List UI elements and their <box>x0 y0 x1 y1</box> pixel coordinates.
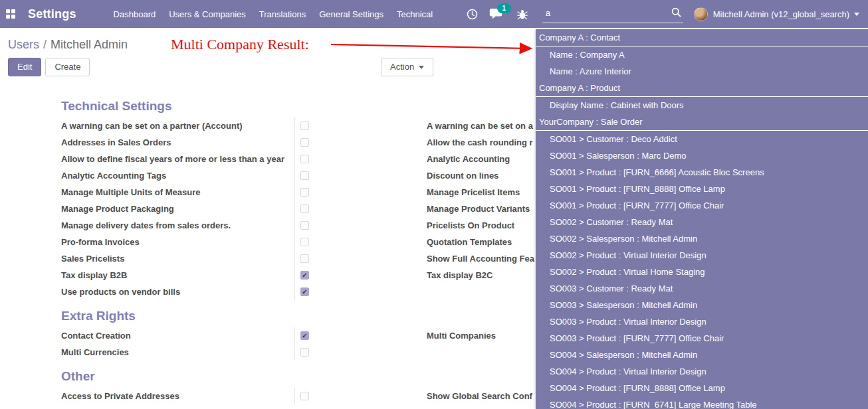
checkbox-cell <box>294 234 325 250</box>
app-title[interactable]: Settings <box>28 7 76 21</box>
checkbox-cell <box>294 217 325 234</box>
setting-label-right: Discount on lines <box>427 167 498 184</box>
global-search-results-dropdown: Company A : Contact Name : Company A Nam… <box>536 29 868 409</box>
setting-checkbox[interactable] <box>300 392 309 400</box>
checkbox-cell <box>294 250 325 267</box>
chat-icon[interactable]: 1 <box>489 8 504 20</box>
setting-checkbox[interactable] <box>300 271 309 280</box>
checkbox-cell <box>294 284 325 300</box>
search-result-item[interactable]: SO001 > Customer : Deco Addict <box>536 131 868 147</box>
setting-label-left: Allow to define fiscal years of more or … <box>61 151 284 167</box>
annotation-text: Multi Company Result: <box>171 36 309 53</box>
setting-label-right: Quotation Templates <box>427 234 512 250</box>
setting-label-left: Multi Currencies <box>61 344 129 361</box>
button-row: Edit Create <box>8 58 90 76</box>
setting-label-left: Analytic Accounting Tags <box>61 167 166 184</box>
search-result-item[interactable]: SO002 > Product : Virtual Interior Desig… <box>536 247 868 264</box>
setting-checkbox[interactable] <box>300 171 309 180</box>
setting-label-left: Tax display B2B <box>61 267 127 284</box>
setting-label-right: A warning can be set on a <box>427 118 533 134</box>
notification-badge: 1 <box>497 3 511 13</box>
setting-label-left: Manage Multiple Units of Measure <box>61 184 200 201</box>
search-result-item[interactable]: SO004 > Product : [FURN_8888] Office Lam… <box>536 380 868 396</box>
edit-button[interactable]: Edit <box>8 58 41 76</box>
menu-technical[interactable]: Technical <box>397 7 433 22</box>
setting-label-right: Allow the cash rounding r <box>427 134 533 151</box>
search-icon[interactable] <box>671 7 681 20</box>
checkbox-cell <box>294 184 325 201</box>
search-result-item[interactable]: SO002 > Product : Virtual Home Staging <box>536 264 868 280</box>
setting-checkbox[interactable] <box>300 287 309 296</box>
setting-label-left: Addresses in Sales Orders <box>61 134 171 151</box>
breadcrumb: Users/Mitchell Admin <box>8 38 128 52</box>
caret-down-icon <box>854 13 859 16</box>
search-result-item[interactable]: SO003 > Salesperson : Mitchell Admin <box>536 297 868 313</box>
setting-checkbox[interactable] <box>300 188 309 197</box>
breadcrumb-separator: / <box>43 38 47 51</box>
user-name: Mitchell Admin (v12_global_search) <box>713 9 849 19</box>
checkbox-cell <box>294 151 325 167</box>
navbar-right: 1 Mitchell Admin (v12_global_search) <box>467 5 868 23</box>
search-result-category[interactable]: Company A : Contact <box>536 29 868 46</box>
setting-checkbox[interactable] <box>300 155 309 163</box>
setting-label-left: Pro-forma Invoices <box>61 234 140 250</box>
search-result-item[interactable]: SO003 > Product : [FURN_7777] Office Cha… <box>536 330 868 347</box>
menu-general-settings[interactable]: General Settings <box>319 7 383 22</box>
setting-checkbox[interactable] <box>300 221 309 230</box>
checkbox-cell <box>294 134 325 151</box>
search-result-item[interactable]: SO004 > Product : Virtual Interior Desig… <box>536 363 868 380</box>
search-result-category[interactable]: YourCompany : Sale Order <box>536 114 868 131</box>
create-button[interactable]: Create <box>45 58 90 76</box>
search-result-category[interactable]: Company A : Product <box>536 80 868 97</box>
setting-label-right: Analytic Accounting <box>427 151 510 167</box>
search-result-item[interactable]: SO004 > Product : [FURN_6741] Large Meet… <box>536 396 868 409</box>
setting-checkbox[interactable] <box>300 204 309 213</box>
search-input[interactable] <box>542 5 683 23</box>
setting-label-right: Show Full Accounting Fea <box>427 250 534 267</box>
search-result-item[interactable]: SO001 > Product : [FURN_7777] Office Cha… <box>536 197 868 214</box>
search-result-item[interactable]: SO002 > Customer : Ready Mat <box>536 214 868 230</box>
checkbox-cell <box>294 167 325 184</box>
setting-checkbox[interactable] <box>300 331 309 340</box>
apps-grid-icon[interactable] <box>6 9 15 19</box>
search-result-item[interactable]: Display Name : Cabinet with Doors <box>536 97 868 114</box>
setting-checkbox[interactable] <box>300 254 309 263</box>
checkbox-cell <box>294 201 325 217</box>
setting-label-right: Tax display B2C <box>427 267 492 284</box>
navbar-menu: Dashboard Users & Companies Translations… <box>114 7 433 22</box>
setting-label-right: Pricelists On Product <box>427 217 514 234</box>
setting-checkbox[interactable] <box>300 348 309 357</box>
checkbox-cell <box>294 388 325 404</box>
arrow-annotation-icon <box>327 38 538 56</box>
search-result-item[interactable]: Name : Azure Interior <box>536 63 868 80</box>
breadcrumb-current: Mitchell Admin <box>51 38 128 51</box>
setting-label-left: Contact Creation <box>61 327 131 344</box>
search-result-item[interactable]: SO003 > Customer : Ready Mat <box>536 280 868 297</box>
user-menu[interactable]: Mitchell Admin (v12_global_search) <box>694 7 859 21</box>
caret-down-icon <box>419 66 424 69</box>
setting-label-left: Sales Pricelists <box>61 250 124 267</box>
setting-checkbox[interactable] <box>300 138 309 147</box>
menu-translations[interactable]: Translations <box>259 7 306 22</box>
breadcrumb-users-link[interactable]: Users <box>8 38 39 51</box>
action-dropdown-button[interactable]: Action <box>381 58 433 76</box>
global-search <box>542 5 683 23</box>
menu-users-companies[interactable]: Users & Companies <box>169 7 246 22</box>
clock-icon[interactable] <box>467 9 478 20</box>
checkbox-cell <box>294 118 325 134</box>
search-result-item[interactable]: SO001 > Product : [FURN_8888] Office Lam… <box>536 181 868 197</box>
setting-label-left: Access to Private Addresses <box>61 388 179 404</box>
bug-icon[interactable] <box>517 9 528 20</box>
setting-checkbox[interactable] <box>300 238 309 246</box>
search-result-item[interactable]: SO002 > Salesperson : Mitchell Admin <box>536 230 868 247</box>
setting-label-right: Multi Companies <box>427 327 496 344</box>
search-result-item[interactable]: SO001 > Salesperson : Marc Demo <box>536 147 868 164</box>
menu-dashboard[interactable]: Dashboard <box>114 7 156 22</box>
search-result-item[interactable]: SO001 > Product : [FURN_6666] Acoustic B… <box>536 164 868 181</box>
avatar <box>694 7 708 21</box>
search-result-item[interactable]: SO003 > Product : Virtual Interior Desig… <box>536 313 868 330</box>
setting-checkbox[interactable] <box>300 122 309 130</box>
search-result-item[interactable]: Name : Company A <box>536 46 868 63</box>
search-result-item[interactable]: SO004 > Salesperson : Mitchell Admin <box>536 347 868 363</box>
setting-label-left: Use products on vendor bills <box>61 284 180 300</box>
